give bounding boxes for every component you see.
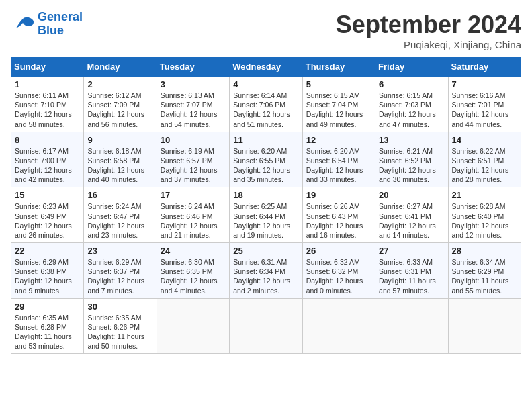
day-number: 27 [379,246,444,256]
day-number: 6 [379,79,444,89]
day-number: 24 [161,246,226,256]
calendar-cell: 28 Sunrise: 6:34 AM Sunset: 6:29 PM Dayl… [448,243,521,299]
day-info: Sunrise: 6:20 AM Sunset: 6:54 PM Dayligh… [306,146,371,185]
calendar-cell: 30 Sunrise: 6:35 AM Sunset: 6:26 PM Dayl… [84,298,157,354]
calendar-cell [375,298,448,354]
day-info: Sunrise: 6:35 AM Sunset: 6:26 PM Dayligh… [87,313,152,351]
calendar-cell: 10 Sunrise: 6:19 AM Sunset: 6:57 PM Dayl… [157,132,229,187]
calendar-cell: 14 Sunrise: 6:22 AM Sunset: 6:51 PM Dayl… [448,132,521,187]
calendar-cell: 4 Sunrise: 6:14 AM Sunset: 7:06 PM Dayli… [230,77,302,132]
calendar-cell: 8 Sunrise: 6:17 AM Sunset: 7:00 PM Dayli… [11,132,84,187]
day-number: 20 [379,190,444,200]
logo-icon [11,15,35,34]
day-number: 19 [306,190,371,200]
calendar-cell [230,298,302,354]
logo-text: General Blue [38,11,83,38]
calendar-cell: 5 Sunrise: 6:15 AM Sunset: 7:04 PM Dayli… [302,77,375,132]
day-info: Sunrise: 6:15 AM Sunset: 7:03 PM Dayligh… [379,91,444,129]
day-number: 17 [161,190,226,200]
calendar-cell: 11 Sunrise: 6:20 AM Sunset: 6:55 PM Dayl… [230,132,302,187]
day-info: Sunrise: 6:22 AM Sunset: 6:51 PM Dayligh… [452,146,517,185]
calendar-week-4: 22 Sunrise: 6:29 AM Sunset: 6:38 PM Dayl… [11,243,521,299]
calendar-cell: 13 Sunrise: 6:21 AM Sunset: 6:52 PM Dayl… [375,132,448,187]
calendar-cell: 15 Sunrise: 6:23 AM Sunset: 6:49 PM Dayl… [11,187,84,243]
day-info: Sunrise: 6:28 AM Sunset: 6:40 PM Dayligh… [452,201,517,240]
calendar-cell: 19 Sunrise: 6:26 AM Sunset: 6:43 PM Dayl… [302,187,375,243]
calendar-cell: 9 Sunrise: 6:18 AM Sunset: 6:58 PM Dayli… [84,132,157,187]
day-info: Sunrise: 6:23 AM Sunset: 6:49 PM Dayligh… [15,201,80,240]
weekday-header-saturday: Saturday [448,58,521,77]
calendar-cell: 1 Sunrise: 6:11 AM Sunset: 7:10 PM Dayli… [11,77,84,132]
weekday-header-thursday: Thursday [302,58,375,77]
day-info: Sunrise: 6:29 AM Sunset: 6:38 PM Dayligh… [15,257,80,295]
calendar-cell: 18 Sunrise: 6:25 AM Sunset: 6:44 PM Dayl… [230,187,302,243]
day-info: Sunrise: 6:19 AM Sunset: 6:57 PM Dayligh… [161,146,226,185]
day-number: 13 [379,135,444,145]
day-info: Sunrise: 6:11 AM Sunset: 7:10 PM Dayligh… [15,91,80,129]
day-number: 11 [233,135,298,145]
day-number: 10 [161,135,226,145]
day-info: Sunrise: 6:31 AM Sunset: 6:34 PM Dayligh… [233,257,298,295]
weekday-header-tuesday: Tuesday [157,58,229,77]
day-info: Sunrise: 6:16 AM Sunset: 7:01 PM Dayligh… [452,91,517,129]
calendar-week-3: 15 Sunrise: 6:23 AM Sunset: 6:49 PM Dayl… [11,187,521,243]
calendar-cell [448,298,521,354]
calendar-cell [157,298,229,354]
day-info: Sunrise: 6:24 AM Sunset: 6:46 PM Dayligh… [161,201,226,240]
day-number: 12 [306,135,371,145]
day-number: 29 [15,302,80,312]
calendar-cell: 25 Sunrise: 6:31 AM Sunset: 6:34 PM Dayl… [230,243,302,299]
day-number: 21 [452,190,517,200]
calendar-cell [302,298,375,354]
day-info: Sunrise: 6:24 AM Sunset: 6:47 PM Dayligh… [87,201,152,240]
month-title: September 2024 [336,11,521,39]
location: Puqiakeqi, Xinjiang, China [336,39,521,50]
calendar-table: SundayMondayTuesdayWednesdayThursdayFrid… [11,57,521,354]
day-number: 16 [87,190,152,200]
weekday-header-friday: Friday [375,58,448,77]
calendar-cell: 23 Sunrise: 6:29 AM Sunset: 6:37 PM Dayl… [84,243,157,299]
calendar-week-5: 29 Sunrise: 6:35 AM Sunset: 6:28 PM Dayl… [11,298,521,354]
day-info: Sunrise: 6:14 AM Sunset: 7:06 PM Dayligh… [233,91,298,129]
day-number: 14 [452,135,517,145]
weekday-header-monday: Monday [84,58,157,77]
calendar-cell: 20 Sunrise: 6:27 AM Sunset: 6:41 PM Dayl… [375,187,448,243]
day-info: Sunrise: 6:34 AM Sunset: 6:29 PM Dayligh… [452,257,517,295]
day-number: 9 [87,135,152,145]
day-info: Sunrise: 6:32 AM Sunset: 6:32 PM Dayligh… [306,257,371,295]
calendar-cell: 2 Sunrise: 6:12 AM Sunset: 7:09 PM Dayli… [84,77,157,132]
day-number: 18 [233,190,298,200]
day-number: 30 [87,302,152,312]
weekday-header-sunday: Sunday [11,58,84,77]
day-number: 2 [87,79,152,89]
title-block: September 2024 Puqiakeqi, Xinjiang, Chin… [336,11,521,50]
day-info: Sunrise: 6:20 AM Sunset: 6:55 PM Dayligh… [233,146,298,185]
day-info: Sunrise: 6:27 AM Sunset: 6:41 PM Dayligh… [379,201,444,240]
logo: General Blue [11,11,83,38]
day-number: 22 [15,246,80,256]
calendar-cell: 17 Sunrise: 6:24 AM Sunset: 6:46 PM Dayl… [157,187,229,243]
day-info: Sunrise: 6:15 AM Sunset: 7:04 PM Dayligh… [306,91,371,129]
day-number: 23 [87,246,152,256]
calendar-cell: 26 Sunrise: 6:32 AM Sunset: 6:32 PM Dayl… [302,243,375,299]
calendar-week-2: 8 Sunrise: 6:17 AM Sunset: 7:00 PM Dayli… [11,132,521,187]
day-info: Sunrise: 6:33 AM Sunset: 6:31 PM Dayligh… [379,257,444,295]
calendar-cell: 22 Sunrise: 6:29 AM Sunset: 6:38 PM Dayl… [11,243,84,299]
page-header: General Blue September 2024 Puqiakeqi, X… [11,11,521,50]
day-number: 5 [306,79,371,89]
day-info: Sunrise: 6:21 AM Sunset: 6:52 PM Dayligh… [379,146,444,185]
calendar-week-1: 1 Sunrise: 6:11 AM Sunset: 7:10 PM Dayli… [11,77,521,132]
calendar-cell: 3 Sunrise: 6:13 AM Sunset: 7:07 PM Dayli… [157,77,229,132]
calendar-cell: 6 Sunrise: 6:15 AM Sunset: 7:03 PM Dayli… [375,77,448,132]
calendar-cell: 29 Sunrise: 6:35 AM Sunset: 6:28 PM Dayl… [11,298,84,354]
day-number: 1 [15,79,80,89]
calendar-cell: 21 Sunrise: 6:28 AM Sunset: 6:40 PM Dayl… [448,187,521,243]
day-number: 28 [452,246,517,256]
calendar-cell: 16 Sunrise: 6:24 AM Sunset: 6:47 PM Dayl… [84,187,157,243]
day-number: 4 [233,79,298,89]
day-info: Sunrise: 6:13 AM Sunset: 7:07 PM Dayligh… [161,91,226,129]
calendar-cell: 27 Sunrise: 6:33 AM Sunset: 6:31 PM Dayl… [375,243,448,299]
day-number: 15 [15,190,80,200]
day-info: Sunrise: 6:29 AM Sunset: 6:37 PM Dayligh… [87,257,152,295]
day-info: Sunrise: 6:30 AM Sunset: 6:35 PM Dayligh… [161,257,226,295]
